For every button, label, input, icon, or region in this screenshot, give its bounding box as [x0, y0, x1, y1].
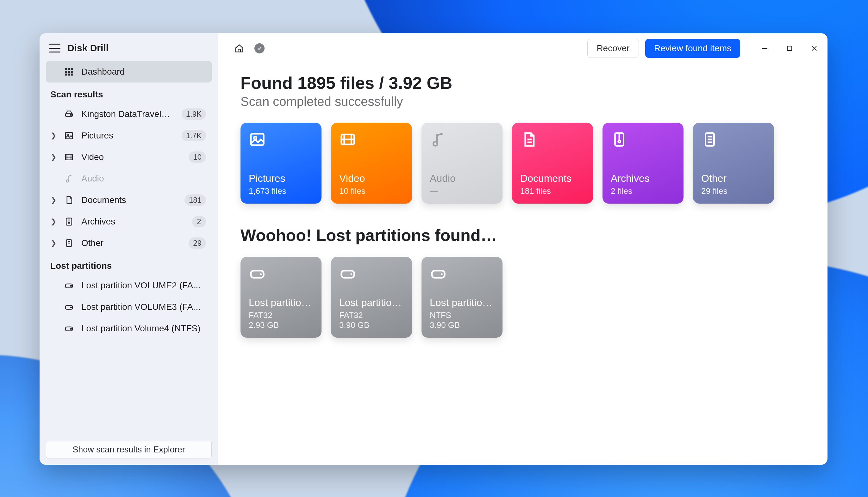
card-filesystem: FAT32 — [249, 311, 313, 320]
window-controls — [759, 43, 820, 54]
chevron-right-icon: ❯ — [50, 131, 57, 140]
sidebar-item-partition[interactable]: Lost partition Volume4 (NTFS) — [46, 318, 212, 339]
maximize-icon[interactable] — [784, 43, 795, 54]
sidebar-item-label: Documents — [81, 195, 178, 205]
card-audio[interactable]: Audio — — [422, 123, 502, 203]
card-video[interactable]: Video 10 files — [331, 123, 412, 203]
image-icon — [64, 130, 74, 141]
card-documents[interactable]: Documents 181 files — [512, 123, 593, 203]
card-size: 3.90 GB — [430, 320, 494, 330]
count-badge: 1.7K — [182, 130, 206, 141]
card-other[interactable]: Other 29 files — [693, 123, 774, 203]
card-filesystem: FAT32 — [339, 311, 404, 320]
sidebar-item-label: Kingston DataTraveler U… — [81, 109, 175, 119]
show-in-explorer-button[interactable]: Show scan results in Explorer — [46, 441, 212, 458]
sidebar-item-label: Archives — [81, 216, 185, 227]
card-title: Lost partitio… — [430, 297, 494, 309]
card-size: 3.90 GB — [339, 320, 404, 330]
sidebar-section-scan-results: Scan results — [46, 83, 212, 103]
menu-icon[interactable] — [49, 44, 60, 53]
home-icon[interactable] — [232, 41, 246, 55]
sidebar-item-label: Lost partition VOLUME2 (FAT… — [81, 281, 206, 290]
svg-point-51 — [260, 273, 262, 275]
sidebar-item-archives[interactable]: ❯ Archives 2 — [46, 211, 212, 232]
video-icon — [64, 152, 74, 162]
minimize-icon[interactable] — [759, 43, 771, 54]
card-title: Archives — [611, 173, 675, 184]
sidebar-item-label: Audio — [81, 173, 206, 184]
svg-rect-4 — [68, 71, 70, 73]
card-filesystem: NTFS — [430, 311, 494, 320]
card-title: Video — [339, 173, 404, 184]
sidebar-item-pictures[interactable]: ❯ Pictures 1.7K — [46, 125, 212, 146]
topbar: Recover Review found items — [218, 33, 827, 63]
document-icon — [64, 195, 74, 205]
card-title: Lost partitio… — [339, 297, 404, 309]
sidebar-item-other[interactable]: ❯ Other 29 — [46, 232, 212, 254]
card-title: Pictures — [249, 173, 313, 184]
svg-point-17 — [66, 180, 69, 182]
svg-point-29 — [71, 328, 71, 329]
svg-rect-3 — [66, 71, 67, 73]
svg-point-53 — [350, 273, 352, 275]
card-archives[interactable]: Archives 2 files — [603, 123, 684, 203]
svg-point-25 — [71, 285, 71, 286]
card-title: Lost partitio… — [249, 297, 313, 309]
sidebar-item-dashboard[interactable]: Dashboard — [46, 61, 212, 83]
card-size: 2.93 GB — [249, 320, 313, 330]
svg-rect-31 — [787, 46, 792, 51]
image-icon — [249, 131, 266, 148]
count-badge: 1.9K — [182, 109, 206, 120]
disk-icon — [64, 323, 74, 334]
app-title: Disk Drill — [67, 43, 109, 54]
card-title: Audio — [430, 173, 494, 184]
recover-button[interactable]: Recover — [587, 39, 638, 58]
partitions-headline: Woohoo! Lost partitions found… — [240, 226, 805, 245]
grid-icon — [64, 67, 74, 77]
card-partition[interactable]: Lost partitio… NTFS 3.90 GB — [422, 257, 502, 338]
svg-rect-52 — [342, 271, 355, 278]
sidebar-item-partition[interactable]: Lost partition VOLUME3 (FAT… — [46, 296, 212, 318]
card-subtitle: 29 files — [701, 186, 766, 196]
sidebar-item-video[interactable]: ❯ Video 10 — [46, 146, 212, 168]
archive-icon — [611, 131, 628, 148]
card-subtitle: 181 files — [520, 186, 585, 196]
music-icon — [64, 173, 74, 184]
count-badge: 10 — [189, 152, 206, 163]
sidebar-header: Disk Drill — [46, 37, 212, 61]
sidebar: Disk Drill Dashboard Scan results Kingst… — [40, 33, 218, 465]
count-badge: 2 — [192, 216, 206, 227]
svg-point-55 — [441, 273, 443, 275]
card-partition[interactable]: Lost partitio… FAT32 2.93 GB — [240, 257, 321, 338]
sidebar-item-device[interactable]: Kingston DataTraveler U… 1.9K — [46, 103, 212, 125]
card-title: Documents — [520, 173, 585, 184]
card-subtitle: 2 files — [611, 186, 675, 196]
count-badge: 29 — [189, 238, 206, 249]
svg-point-27 — [71, 307, 71, 308]
status-check-icon — [252, 41, 266, 55]
main-panel: Recover Review found items Found 1895 fi… — [218, 33, 827, 465]
sidebar-item-audio[interactable]: Audio — [46, 168, 212, 189]
svg-rect-0 — [66, 68, 67, 70]
card-pictures[interactable]: Pictures 1,673 files — [240, 123, 321, 203]
disk-icon — [64, 280, 74, 291]
content-area: Found 1895 files / 3.92 GB Scan complete… — [218, 63, 827, 372]
archive-icon — [64, 216, 74, 227]
svg-rect-50 — [251, 271, 264, 278]
card-partition[interactable]: Lost partitio… FAT32 3.90 GB — [331, 257, 412, 338]
document-icon — [520, 131, 537, 148]
sidebar-item-partition[interactable]: Lost partition VOLUME2 (FAT… — [46, 275, 212, 296]
file-icon — [64, 238, 74, 248]
chevron-right-icon: ❯ — [50, 217, 57, 226]
sidebar-item-label: Dashboard — [81, 67, 206, 77]
sidebar-item-documents[interactable]: ❯ Documents 181 — [46, 189, 212, 211]
sidebar-item-label: Lost partition Volume4 (NTFS) — [81, 324, 206, 333]
chevron-right-icon: ❯ — [50, 239, 57, 247]
review-found-items-button[interactable]: Review found items — [645, 39, 740, 58]
svg-rect-1 — [68, 68, 70, 70]
close-icon[interactable] — [809, 43, 820, 54]
sidebar-footer: Show scan results in Explorer — [46, 441, 212, 458]
disk-icon — [339, 265, 356, 282]
svg-rect-5 — [71, 71, 72, 73]
svg-rect-6 — [66, 74, 67, 75]
